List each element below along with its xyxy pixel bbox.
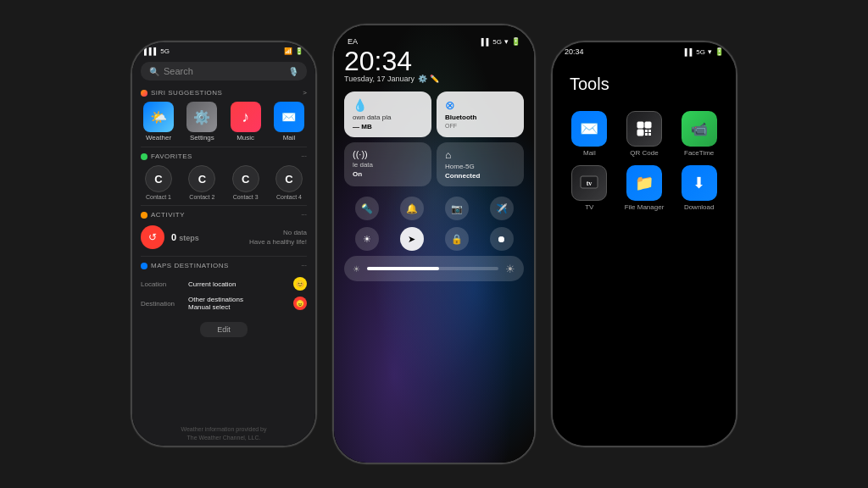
- cc-header: 20:34 Tuesday, 17 January ⚙️ ✏️: [344, 47, 524, 83]
- tools-title: Tools: [565, 75, 609, 94]
- maps-more[interactable]: ···: [301, 262, 307, 269]
- screen-center: EA ▌▌ 5G ▾ 🔋 20:34 Tuesday, 17 January: [334, 25, 534, 463]
- svg-rect-5: [648, 130, 651, 132]
- cc-data-tile[interactable]: 💧 own data pla — MB: [344, 92, 431, 137]
- status-bar-right: 20:34 ▌▌ 5G ▾ 🔋: [553, 42, 736, 58]
- siri-more[interactable]: >: [303, 89, 307, 97]
- tool-files-icon: 📁: [626, 165, 662, 201]
- wifi-tile-icon: ⌂: [445, 149, 515, 161]
- settings-icon: ⚙️: [186, 102, 217, 132]
- divider-3: [141, 256, 307, 257]
- settings-gear-icon[interactable]: ⚙️: [418, 75, 427, 83]
- cc-tiles: 💧 own data pla — MB ⊗ Bluetooth OFF ((·)…: [344, 92, 524, 186]
- cc-controls-row2: ☀ ➤ 🔒 ⏺: [344, 225, 524, 252]
- maps-location-icon: 😊: [293, 277, 307, 291]
- svg-rect-0: [637, 122, 643, 128]
- record-button[interactable]: ⏺: [490, 227, 514, 251]
- maps-location-key: Location: [141, 280, 183, 288]
- tool-qr-label: QR Code: [630, 149, 658, 157]
- contact-4[interactable]: C Contact 4: [271, 165, 307, 200]
- contact-3[interactable]: C Contact 3: [228, 165, 264, 200]
- screen-right: 20:34 ▌▌ 5G ▾ 🔋 Tools ✉️ Mail: [553, 42, 736, 446]
- tools-time: 20:34: [565, 47, 584, 56]
- maps-destination-key: Destination: [141, 300, 183, 308]
- tool-files-label: File Manager: [625, 203, 665, 211]
- cc-date-icons: ⚙️ ✏️: [418, 75, 439, 83]
- siri-suggestions-label: SIRI SUGGESTIONS >: [132, 86, 315, 98]
- contact-3-label: Contact 3: [233, 194, 259, 200]
- bt-tile-icon: ⊗: [445, 98, 515, 112]
- wifi-tile-value: Connected: [445, 172, 515, 180]
- tools-body: Tools ✉️ Mail: [553, 58, 736, 446]
- search-placeholder: Search: [164, 66, 193, 76]
- cc-battery-icon: 🔋: [511, 37, 520, 46]
- app-mail[interactable]: ✉️ Mail: [271, 102, 307, 141]
- cc-wifi-tile[interactable]: ⌂ Home-5G Connected: [437, 142, 524, 186]
- tool-filemanager[interactable]: 📁 File Manager: [620, 165, 669, 211]
- flashlight-button[interactable]: 🔦: [355, 197, 379, 220]
- maps-destination-values: Other destinations Manual select: [188, 296, 288, 311]
- camera-button[interactable]: 📷: [445, 197, 469, 220]
- mobile-tile-icon: ((·)): [353, 149, 423, 159]
- cc-date: Tuesday, 17 January ⚙️ ✏️: [344, 75, 439, 83]
- favorites-more[interactable]: ···: [301, 152, 307, 160]
- location-button[interactable]: ➤: [400, 227, 424, 251]
- status-signal: ▌▌▌ 5G: [144, 47, 170, 55]
- brightness-low-icon: ☀: [353, 264, 360, 274]
- search-icon: 🔍: [149, 67, 159, 76]
- svg-rect-4: [645, 133, 648, 136]
- mobile-tile-value: On: [353, 170, 423, 178]
- maps-destination-row: Destination Other destinations Manual se…: [141, 293, 307, 313]
- tool-mail-label: Mail: [583, 149, 596, 157]
- edit-button[interactable]: Edit: [200, 322, 248, 337]
- brightness-high-icon: ☀: [505, 263, 515, 275]
- scene: ▌▌▌ 5G 📶 🔋 🔍 Search 🎙️ SIRI SUGGESTIONS …: [0, 0, 868, 488]
- app-weather[interactable]: 🌤️ Weather: [141, 102, 176, 141]
- contact-1[interactable]: C Contact 1: [141, 165, 176, 200]
- phone-left: ▌▌▌ 5G 📶 🔋 🔍 Search 🎙️ SIRI SUGGESTIONS …: [131, 41, 317, 447]
- weather-label: Weather: [146, 134, 171, 141]
- activity-label: ACTIVITY ···: [132, 208, 315, 220]
- tool-mail[interactable]: ✉️ Mail: [565, 111, 614, 157]
- app-settings[interactable]: ⚙️ Settings: [184, 102, 220, 141]
- orientation-button[interactable]: ☀: [355, 227, 379, 251]
- tool-facetime[interactable]: 📹 FaceTime: [675, 111, 723, 157]
- cc-controls-row1: 🔦 🔔 📷 ✈️: [344, 191, 524, 225]
- cc-brightness[interactable]: ☀ ☀: [344, 256, 524, 281]
- svg-rect-2: [637, 130, 643, 136]
- edit-icon[interactable]: ✏️: [430, 75, 439, 83]
- cc-mobile-tile[interactable]: ((·)) le data On: [344, 142, 431, 186]
- phone-right: 20:34 ▌▌ 5G ▾ 🔋 Tools ✉️ Mail: [551, 41, 737, 447]
- cc-carrier: EA: [348, 37, 358, 46]
- wifi-tile-title: Home-5G: [445, 163, 515, 170]
- airplane-button[interactable]: ✈️: [490, 197, 514, 220]
- screen-left: ▌▌▌ 5G 📶 🔋 🔍 Search 🎙️ SIRI SUGGESTIONS …: [132, 42, 315, 446]
- cc-wifi-icon: ▾: [504, 37, 509, 46]
- settings-label: Settings: [190, 134, 214, 141]
- contact-2[interactable]: C Contact 2: [184, 165, 220, 200]
- activity-more[interactable]: ···: [301, 211, 307, 219]
- bt-tile-title: Bluetooth: [445, 114, 515, 121]
- alarm-button[interactable]: 🔔: [400, 197, 424, 220]
- status-bar-left: ▌▌▌ 5G 📶 🔋: [132, 42, 315, 57]
- cc-time-block: 20:34 Tuesday, 17 January ⚙️ ✏️: [344, 47, 439, 83]
- tool-download[interactable]: ⬇ Download: [675, 165, 723, 211]
- tools-status-icons: ▌▌ 5G ▾ 🔋: [685, 47, 724, 56]
- contacts-row: C Contact 1 C Contact 2 C Contact 3 C Co…: [132, 162, 315, 203]
- cc-time: 20:34: [344, 47, 439, 75]
- tool-download-label: Download: [684, 203, 715, 211]
- maps-label: MAPS DESTINATIONS ···: [132, 258, 315, 271]
- lock-button[interactable]: 🔒: [445, 227, 469, 251]
- svg-rect-6: [648, 133, 651, 136]
- app-music[interactable]: ♪ Music: [228, 102, 264, 141]
- activity-icon: ↺: [141, 225, 164, 249]
- divider-1: [141, 147, 307, 147]
- tool-tv[interactable]: tv TV: [565, 165, 614, 211]
- tool-qrcode[interactable]: QR Code: [620, 111, 669, 157]
- activity-row: ↺ 0 steps No data Have a healthy life!: [132, 220, 315, 254]
- cc-bt-tile[interactable]: ⊗ Bluetooth OFF: [437, 92, 524, 137]
- contact-2-label: Contact 2: [189, 194, 214, 200]
- tools-signal: ▌▌ 5G: [685, 48, 705, 56]
- mobile-tile-title: le data: [353, 161, 423, 169]
- search-bar[interactable]: 🔍 Search 🎙️: [141, 62, 307, 80]
